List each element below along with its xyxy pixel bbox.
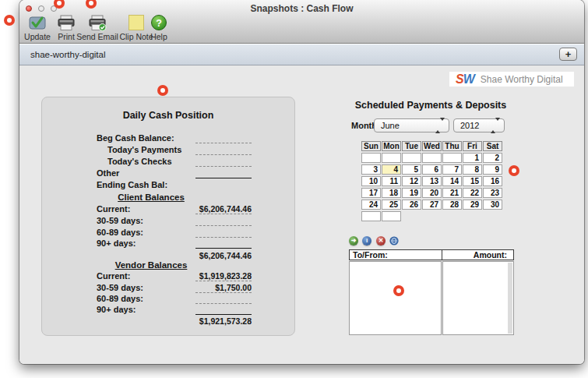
- calendar-cell[interactable]: [422, 153, 442, 163]
- client-30-59-label: 30-59 days:: [97, 216, 143, 226]
- amount-cell[interactable]: [442, 261, 514, 335]
- delete-icon: ✕: [379, 236, 384, 246]
- calendar-cell[interactable]: [402, 153, 421, 163]
- calendar-header-fri: Fri: [463, 141, 482, 151]
- calendar-cell[interactable]: [382, 153, 401, 163]
- help-button[interactable]: ? Help: [146, 13, 172, 43]
- todays-checks-field[interactable]: [195, 157, 252, 167]
- calendar-day-27[interactable]: 27: [422, 200, 442, 210]
- calendar-day-22[interactable]: 22: [463, 188, 482, 198]
- calendar-day-4-selected[interactable]: 4: [382, 164, 401, 175]
- client-total-field: $6,206,744.46: [195, 250, 252, 260]
- send-email-button[interactable]: Send Email: [77, 13, 118, 43]
- ending-cash-bal-label: Ending Cash Bal:: [97, 180, 167, 190]
- app-window: Snapshots : Cash Flow Update Print: [19, 0, 584, 364]
- vendor-90-field[interactable]: [195, 305, 252, 315]
- calendar-day-10[interactable]: 10: [361, 176, 381, 186]
- calendar-day-30[interactable]: 30: [483, 200, 502, 210]
- daily-cash-title: Daily Cash Position: [42, 110, 294, 121]
- calendar-day-11[interactable]: 11: [382, 176, 401, 186]
- annotation-marker: [7, 18, 12, 23]
- calendar-cell[interactable]: [382, 211, 401, 221]
- calendar-day-23[interactable]: 23: [483, 188, 502, 198]
- calendar-day-20[interactable]: 20: [422, 188, 442, 198]
- beg-cash-balance-label: Beg Cash Balance:: [97, 133, 174, 143]
- calendar-header-sat: Sat: [483, 141, 502, 151]
- calendar-day-1[interactable]: 1: [463, 153, 482, 163]
- calendar-day-18[interactable]: 18: [382, 188, 401, 198]
- tab-shae-worthy-digital[interactable]: shae-worthy-digital: [30, 44, 106, 65]
- calendar-day-12[interactable]: 12: [402, 176, 421, 186]
- calendar-header-sun: Sun: [361, 141, 381, 151]
- client-90-label: 90+ days:: [97, 238, 136, 249]
- month-select-value: June: [381, 121, 400, 130]
- vendor-balances-heading: Vendor Balances: [97, 260, 206, 270]
- calendar-cell[interactable]: [442, 153, 462, 163]
- calendar-day-5[interactable]: 5: [402, 164, 421, 175]
- calendar-day-26[interactable]: 26: [402, 200, 421, 210]
- logo-mark-icon: SW: [456, 73, 474, 86]
- year-select[interactable]: 2012: [453, 118, 505, 132]
- other-field[interactable]: [195, 168, 252, 178]
- todays-payments-label: Today's Payments: [107, 145, 181, 155]
- to-from-cell[interactable]: [349, 261, 442, 335]
- table-header-row: To/From: Amount:: [349, 249, 514, 260]
- calendar-day-15[interactable]: 15: [463, 176, 482, 186]
- calendar-day-7[interactable]: 7: [442, 164, 462, 175]
- month-select[interactable]: June: [374, 118, 449, 132]
- client-30-59-field[interactable]: [195, 216, 252, 226]
- add-tab-button[interactable]: +: [559, 48, 577, 61]
- update-button[interactable]: Update: [22, 13, 53, 43]
- arrow-right-icon: ➜: [351, 236, 357, 246]
- calendar-day-3[interactable]: 3: [361, 164, 381, 175]
- todays-checks-label: Today's Checks: [107, 157, 172, 167]
- delete-record-button[interactable]: ✕: [376, 236, 386, 246]
- stepper-arrows-icon: [491, 119, 500, 132]
- calendar-day-16[interactable]: 16: [483, 176, 502, 186]
- scheduled-payments-title: Scheduled Payments & Deposits: [345, 100, 516, 111]
- calendar-day-2[interactable]: 2: [483, 153, 502, 163]
- add-record-button[interactable]: ➜: [349, 236, 358, 246]
- layout-body: SW Shae Worthy Digital Daily Cash Positi…: [19, 65, 584, 364]
- year-select-value: 2012: [460, 121, 479, 130]
- calendar-day-9[interactable]: 9: [483, 164, 502, 175]
- table-scrollbar[interactable]: [508, 263, 512, 334]
- company-logo: SW Shae Worthy Digital: [449, 72, 574, 87]
- calendar-day-21[interactable]: 21: [442, 188, 462, 198]
- client-current-field[interactable]: $6,206,744.46: [195, 204, 252, 214]
- annotation-marker: [160, 88, 165, 93]
- web-button[interactable]: [389, 236, 399, 246]
- client-current-label: Current:: [97, 204, 130, 214]
- printer-icon: [57, 13, 76, 32]
- vendor-30-59-field[interactable]: $1,750.00: [195, 283, 252, 293]
- info-button[interactable]: i: [362, 236, 371, 246]
- calendar-day-19[interactable]: 19: [402, 188, 421, 198]
- send-email-icon: [88, 13, 107, 32]
- todays-payments-field[interactable]: [195, 145, 252, 155]
- calendar-header-thu: Thu: [442, 141, 462, 151]
- vendor-current-field[interactable]: $1,919,823.28: [195, 271, 252, 281]
- daily-cash-position-panel: Daily Cash Position Beg Cash Balance: To…: [41, 97, 295, 336]
- calendar-day-8[interactable]: 8: [463, 164, 482, 175]
- calendar-day-13[interactable]: 13: [422, 176, 442, 186]
- calendar-day-25[interactable]: 25: [382, 200, 401, 210]
- stepper-arrows-icon: [435, 119, 445, 132]
- calendar-cell[interactable]: [361, 211, 381, 221]
- beg-cash-balance-field[interactable]: [195, 133, 252, 143]
- calendar-header-wed: Wed: [422, 141, 442, 151]
- month-calendar: Sun Mon Tue Wed Thu Fri Sat 1 2 3 4 5 6 …: [361, 141, 502, 221]
- calendar-day-24[interactable]: 24: [361, 200, 381, 210]
- calendar-day-14[interactable]: 14: [442, 176, 462, 186]
- vendor-60-89-field[interactable]: [195, 294, 252, 304]
- calendar-day-28[interactable]: 28: [442, 200, 462, 210]
- calendar-day-17[interactable]: 17: [361, 188, 381, 198]
- calendar-day-29[interactable]: 29: [463, 200, 482, 210]
- calendar-cell[interactable]: [361, 153, 381, 163]
- vendor-90-label: 90+ days:: [97, 305, 136, 315]
- annotation-marker: [57, 1, 62, 5]
- tab-bar: shae-worthy-digital +: [19, 44, 584, 65]
- client-60-89-field[interactable]: [195, 228, 252, 238]
- client-90-field[interactable]: [195, 238, 252, 249]
- calendar-day-6[interactable]: 6: [422, 164, 442, 175]
- vendor-60-89-label: 60-89 days:: [97, 294, 143, 304]
